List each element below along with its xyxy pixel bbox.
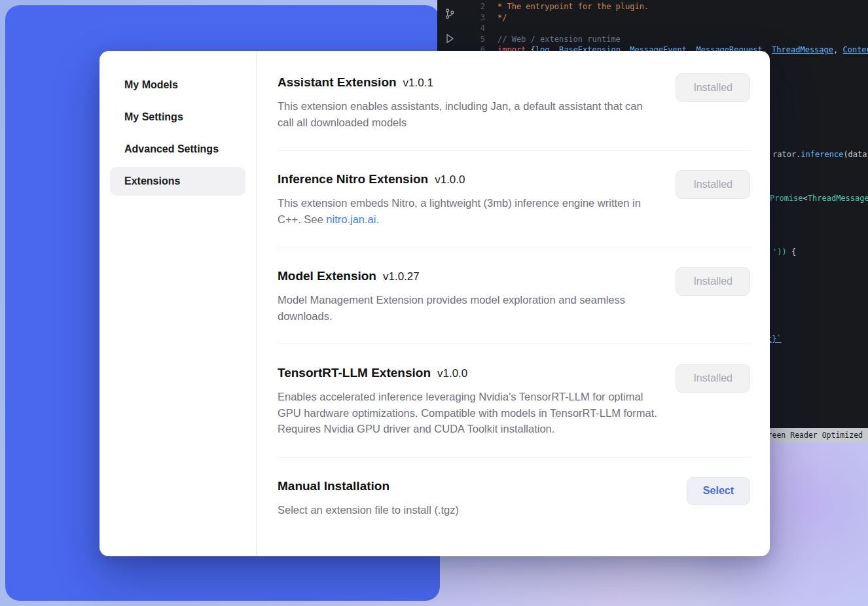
extension-description: Model Management Extension provides mode… <box>278 292 660 324</box>
extension-title: Model Extensionv1.0.27 <box>278 267 660 285</box>
extension-title: Inference Nitro Extensionv1.0.0 <box>278 170 660 188</box>
extension-version: v1.0.0 <box>435 173 465 186</box>
extension-version: v1.0.27 <box>383 270 420 283</box>
code-line-5: 5 // Web / extension runtime <box>437 34 868 45</box>
code-text: * The entrypoint for the plugin. <box>497 1 649 12</box>
extension-title: TensortRT-LLM Extensionv1.0.0 <box>278 364 660 382</box>
code-text: */ <box>497 12 507 24</box>
extension-description: This extension enables assistants, inclu… <box>278 98 660 130</box>
import-identifier: ContentType <box>842 45 868 54</box>
code-fragment-inference: rator.inference(data)); <box>772 149 868 160</box>
code-line-2: 2 * The entrypoint for the plugin. <box>437 1 868 12</box>
installed-button[interactable]: Installed <box>676 267 750 296</box>
code-line-3: 3 */ <box>437 12 868 24</box>
installed-button[interactable]: Installed <box>676 170 750 199</box>
select-file-button[interactable]: Select <box>687 477 750 505</box>
extension-row-tensorrt: TensortRT-LLM Extensionv1.0.0 Enables ac… <box>278 344 750 457</box>
settings-modal: My Models My Settings Advanced Settings … <box>99 51 770 556</box>
installed-button[interactable]: Installed <box>676 73 750 102</box>
extensions-panel: Assistant Extensionv1.0.1 This extension… <box>257 51 770 556</box>
code-text: // Web / extension runtime <box>497 34 621 45</box>
line-number: 5 <box>437 34 485 45</box>
extension-row-assistant: Assistant Extensionv1.0.1 This extension… <box>278 72 750 150</box>
extension-version: v1.0.1 <box>403 77 433 89</box>
sidebar-item-my-models[interactable]: My Models <box>110 71 245 99</box>
extension-version: v1.0.0 <box>437 367 467 380</box>
extension-description: This extension embeds Nitro, a lightweig… <box>278 195 660 227</box>
separator: , <box>833 45 842 54</box>
code-fragment-string: ')) { <box>772 247 796 258</box>
manual-installation-row: Manual Installation Select an extension … <box>278 457 750 531</box>
sidebar-item-advanced-settings[interactable]: Advanced Settings <box>110 135 245 164</box>
sidebar-item-my-settings[interactable]: My Settings <box>110 103 245 132</box>
installed-button[interactable]: Installed <box>676 364 750 393</box>
settings-sidebar: My Models My Settings Advanced Settings … <box>99 51 257 556</box>
code-fragment-promise: Promise<ThreadMessage> <box>770 193 868 204</box>
screen-reader-badge[interactable]: Screen Reader Optimized <box>753 428 868 442</box>
sidebar-item-extensions[interactable]: Extensions <box>110 167 245 196</box>
manual-installation-description: Select an extension file to install (.tg… <box>278 502 459 518</box>
import-identifier: ThreadMessage <box>772 45 833 54</box>
code-line-4: 4 <box>437 23 868 34</box>
extension-row-model: Model Extensionv1.0.27 Model Management … <box>278 247 750 344</box>
manual-installation-title: Manual Installation <box>278 477 459 495</box>
extension-description: Enables accelerated inference leveraging… <box>278 389 660 437</box>
line-number: 4 <box>437 23 485 34</box>
extension-title: Assistant Extensionv1.0.1 <box>278 73 660 92</box>
code-lines: 2 * The entrypoint for the plugin. 3 */ … <box>437 1 868 56</box>
line-number: 2 <box>437 1 485 12</box>
line-number: 3 <box>437 12 485 24</box>
extension-row-nitro: Inference Nitro Extensionv1.0.0 This ext… <box>278 151 750 247</box>
nitro-link[interactable]: nitro.jan.ai. <box>326 213 379 225</box>
